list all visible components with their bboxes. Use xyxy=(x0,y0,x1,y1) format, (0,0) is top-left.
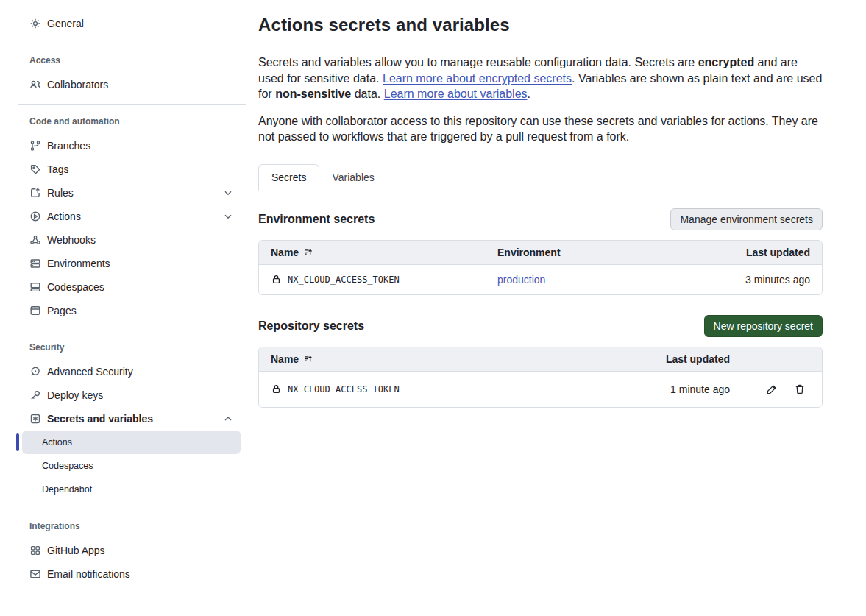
asterisk-box-icon xyxy=(29,413,41,425)
sidebar-item-rules[interactable]: Rules xyxy=(18,181,246,205)
lock-icon xyxy=(271,274,282,285)
secret-name: NX_CLOUD_ACCESS_TOKEN xyxy=(288,384,400,394)
key-icon xyxy=(29,389,41,401)
chevron-down-icon[interactable] xyxy=(222,187,234,199)
environment-column-header: Environment xyxy=(497,247,660,258)
environment-secrets-title: Environment secrets xyxy=(258,213,375,226)
sidebar-item-branches[interactable]: Branches xyxy=(18,134,246,157)
sidebar-divider xyxy=(18,43,246,43)
sidebar-item-label: Rules xyxy=(47,187,222,199)
main-content: Actions secrets and variables Secrets an… xyxy=(258,0,866,616)
sidebar-subitem-dependabot[interactable]: Dependabot xyxy=(22,478,241,501)
sidebar-item-secrets-and-variables[interactable]: Secrets and variables xyxy=(18,407,246,431)
sidebar-item-codespaces[interactable]: Codespaces xyxy=(18,275,246,299)
settings-page: General Access Collaborators Code and au… xyxy=(0,0,866,616)
sidebar-item-label: Tags xyxy=(47,163,234,175)
sidebar-item-deploy-keys[interactable]: Deploy keys xyxy=(18,383,246,407)
secret-name: NX_CLOUD_ACCESS_TOKEN xyxy=(288,275,400,285)
repository-secrets-table-header: Name Last updated xyxy=(259,347,822,372)
codespaces-icon xyxy=(29,281,41,293)
sidebar-item-actions[interactable]: Actions xyxy=(18,205,246,228)
sidebar-item-label: Webhooks xyxy=(47,234,234,246)
codescan-icon xyxy=(29,366,41,378)
environment-secrets-table: Name Environment Last updated xyxy=(258,240,823,295)
sidebar-subitem-label: Codespaces xyxy=(42,461,93,471)
tab-secrets[interactable]: Secrets xyxy=(258,164,319,191)
people-icon xyxy=(29,79,41,91)
secret-name-cell: NX_CLOUD_ACCESS_TOKEN xyxy=(259,383,594,394)
new-repository-secret-button[interactable]: New repository secret xyxy=(704,315,823,337)
last-updated-value: 1 minute ago xyxy=(594,383,730,395)
git-branch-icon xyxy=(29,140,41,152)
sidebar-item-general[interactable]: General xyxy=(18,12,246,35)
webhook-icon xyxy=(29,234,41,246)
edit-secret-pencil-icon[interactable] xyxy=(766,383,778,395)
last-updated-value: 3 minutes ago xyxy=(660,274,822,286)
sidebar-item-tags[interactable]: Tags xyxy=(18,157,246,181)
learn-more-encrypted-secrets-link[interactable]: Learn more about encrypted secrets xyxy=(383,72,572,85)
lock-icon xyxy=(271,383,282,394)
rules-icon xyxy=(29,187,41,199)
sidebar-item-collaborators[interactable]: Collaborators xyxy=(18,73,246,96)
last-updated-column-header: Last updated xyxy=(594,353,730,365)
page-title: Actions secrets and variables xyxy=(258,15,823,43)
repository-secrets-table: Name Last updated xyxy=(258,347,823,408)
apps-icon xyxy=(29,545,41,556)
sidebar-item-label: Advanced Security xyxy=(47,366,234,378)
mail-icon xyxy=(29,568,41,580)
repository-secrets-header: Repository secrets New repository secret xyxy=(258,314,823,338)
sidebar-item-label: Branches xyxy=(47,140,234,152)
environment-secrets-table-header: Name Environment Last updated xyxy=(259,241,822,265)
sidebar-item-webhooks[interactable]: Webhooks xyxy=(18,228,246,252)
sort-ascending-icon xyxy=(303,354,313,364)
sidebar-section-security: Security xyxy=(18,338,246,360)
sidebar-item-github-apps[interactable]: GitHub Apps xyxy=(18,539,246,562)
last-updated-column-header: Last updated xyxy=(660,247,822,258)
repository-secrets-title: Repository secrets xyxy=(258,319,364,333)
sidebar-item-label: Environments xyxy=(47,258,234,269)
chevron-down-icon[interactable] xyxy=(222,210,234,222)
intro-bold-non-sensitive: non-sensitive xyxy=(275,88,351,100)
sidebar-item-label: Secrets and variables xyxy=(47,413,222,425)
intro-text: data. xyxy=(351,88,383,100)
collaborator-access-paragraph: Anyone with collaborator access to this … xyxy=(258,113,823,145)
sidebar-divider xyxy=(18,330,246,330)
sidebar-item-label: Collaborators xyxy=(47,79,234,91)
browser-icon xyxy=(29,305,41,316)
sidebar-subitem-codespaces[interactable]: Codespaces xyxy=(22,454,241,478)
intro-text: Secrets and variables allow you to manag… xyxy=(258,56,698,68)
table-row: NX_CLOUD_ACCESS_TOKEN 1 minute ago xyxy=(259,372,822,407)
sidebar-item-pages[interactable]: Pages xyxy=(18,299,246,322)
sidebar-item-environments[interactable]: Environments xyxy=(18,252,246,275)
environment-production-link[interactable]: production xyxy=(497,274,545,286)
sidebar-item-label: Deploy keys xyxy=(47,389,234,401)
sidebar-item-label: Codespaces xyxy=(47,281,234,293)
learn-more-variables-link[interactable]: Learn more about variables xyxy=(384,88,528,100)
sidebar-section-integrations: Integrations xyxy=(18,517,246,539)
sidebar-item-label: Pages xyxy=(47,305,234,316)
name-header-label: Name xyxy=(271,247,299,258)
name-header-label: Name xyxy=(271,353,299,365)
tab-variables[interactable]: Variables xyxy=(319,164,386,191)
table-row: NX_CLOUD_ACCESS_TOKEN production 3 minut… xyxy=(259,265,822,294)
manage-environment-secrets-button[interactable]: Manage environment secrets xyxy=(670,208,823,230)
sidebar-divider xyxy=(18,104,246,105)
delete-secret-trash-icon[interactable] xyxy=(794,383,806,395)
gear-icon xyxy=(29,18,41,29)
environment-secrets-header: Environment secrets Manage environment s… xyxy=(258,208,823,231)
sidebar-subitem-label: Actions xyxy=(42,437,72,447)
secret-name-cell: NX_CLOUD_ACCESS_TOKEN xyxy=(259,274,497,285)
sidebar-section-access: Access xyxy=(18,51,246,73)
intro-paragraph: Secrets and variables allow you to manag… xyxy=(258,54,823,102)
sidebar-item-label: Actions xyxy=(47,210,222,222)
intro-bold-encrypted: encrypted xyxy=(698,56,754,68)
sidebar-subitem-actions[interactable]: Actions xyxy=(22,431,241,454)
name-column-header[interactable]: Name xyxy=(259,353,594,365)
sidebar-item-email-notifications[interactable]: Email notifications xyxy=(18,562,246,586)
sidebar-item-label: General xyxy=(47,18,234,29)
sidebar-item-advanced-security[interactable]: Advanced Security xyxy=(18,360,246,383)
name-column-header[interactable]: Name xyxy=(259,247,497,258)
chevron-up-icon[interactable] xyxy=(222,413,234,425)
sidebar-item-label: GitHub Apps xyxy=(47,545,234,556)
server-icon xyxy=(29,258,41,269)
